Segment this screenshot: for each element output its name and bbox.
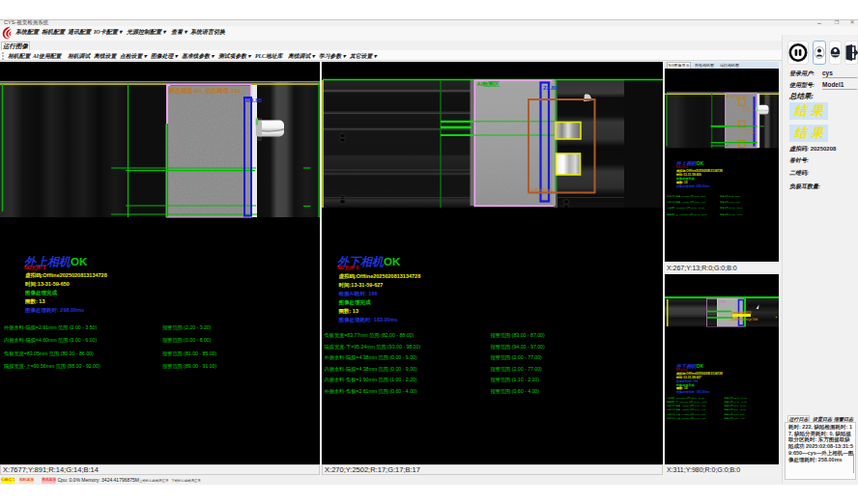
svg-text:虚拟码:Offline2025020813134728: 虚拟码:Offline2025020813134728 (25, 272, 107, 279)
svg-text:7.5%: 7.5% (719, 300, 726, 304)
svg-text:圈数: 13: 圈数: 13 (25, 298, 44, 305)
svg-text:报警范围:(89.00 - 91.00): 报警范围:(89.00 - 91.00) (162, 363, 216, 370)
svg-text:报警范围:(2.00 - 77.00): 报警范围:(2.00 - 77.00) (491, 354, 543, 361)
svg-text:时间:13-31-59-627: 时间:13-31-59-627 (339, 282, 384, 289)
svg-text:外侧余料-隔膜=2.91mm 范围:(2.00 - 3.50: 外侧余料-隔膜=2.91mm 范围:(2.00 - 3.50) (4, 324, 97, 331)
svg-text:R3.88: R3.88 (246, 97, 263, 103)
svg-text:报警范围:(94.00 - 97.00): 报警范围:(94.00 - 97.00) (491, 344, 545, 350)
svg-text:图像处理耗时: 298.00ms: 图像处理耗时: 298.00ms (676, 184, 710, 188)
svg-text:图像处理耗时: 298.00ms: 图像处理耗时: 298.00ms (25, 307, 84, 314)
svg-text:报警范围:(81.00 - 85.00): 报警范围:(81.00 - 85.00) (162, 350, 216, 357)
svg-text:NG允许:0: NG允许:0 (337, 265, 358, 271)
svg-text:报警范围:(83.00 - 87.00): 报警范围:(83.00 - 87.00) (491, 332, 545, 339)
svg-text:外侧余料-负极=2.61mm 范围:(0.60 - 4.00: 外侧余料-负极=2.61mm 范围:(0.60 - 4.00) (325, 388, 417, 395)
svg-text:虚拟码:Offline2025020813134728: 虚拟码:Offline2025020813134728 (339, 273, 421, 280)
svg-text:时间:13-31-59-650: 时间:13-31-59-650 (25, 281, 70, 288)
svg-text:AI检测区: AI检测区 (477, 80, 500, 88)
svg-text:上限标定值 MIN: 上限标定值 MIN (729, 311, 751, 315)
svg-text:静态阈值:93, 动态阈值:100: 静态阈值:93, 动态阈值:100 (168, 87, 242, 95)
svg-text:13.48 阈:0: 13.48 阈:0 (746, 128, 757, 130)
svg-text:报警范围:(2.00 - 77.00): 报警范围:(2.00 - 77.00) (491, 366, 543, 373)
svg-text:隔膜宽度-上=90.56mm 范围:(88.00 - 92.: 隔膜宽度-上=90.56mm 范围:(88.00 - 92.00) (4, 363, 100, 370)
svg-text:报警范围:(0.00 - 8.00): 报警范围:(0.00 - 8.00) (162, 337, 212, 344)
svg-text:内侧余料-负极=1.90mm 范围:(1.00 - 2.20: 内侧余料-负极=1.90mm 范围:(1.00 - 2.20) (325, 377, 417, 383)
svg-text:内侧余料-隔膜=4.60mm 范围:(3.00 - 6.00: 内侧余料-隔膜=4.60mm 范围:(3.00 - 6.00) (4, 337, 97, 344)
svg-text:报警范围:(2.20 - 3.20): 报警范围:(2.20 - 3.20) (162, 324, 212, 331)
svg-text:报警范围:(0.60 - 4.00): 报警范围:(0.60 - 4.00) (491, 388, 540, 395)
svg-text:TL检出 Avg:0: TL检出 Avg:0 (529, 187, 554, 192)
svg-text:23.80: 23.80 (543, 84, 558, 91)
svg-text:隔膜宽度-下=95.24mm 范围:(93.00 - 98.: 隔膜宽度-下=95.24mm 范围:(93.00 - 98.00) (325, 344, 421, 350)
svg-text:报警范围:(1.10 - 2.10): 报警范围:(1.10 - 2.10) (491, 377, 540, 383)
svg-text:内侧余料-隔膜=4.38mm 范围:(0.00 - 9.00: 内侧余料-隔膜=4.38mm 范围:(0.00 - 9.00) (325, 366, 417, 373)
svg-text:外侧余料-隔膜=4.38mm 范围:(0.00 - 9.00: 外侧余料-隔膜=4.38mm 范围:(0.00 - 9.00) (325, 354, 417, 361)
svg-text:负极宽度=83.77mm 范围:(82.00 - 88.00: 负极宽度=83.77mm 范围:(82.00 - 88.00) (325, 332, 415, 339)
svg-text:12.4%标定 avge 5dh: 12.4%标定 avge 5dh (730, 318, 758, 322)
svg-text:图像处理完成: 图像处理完成 (25, 290, 58, 296)
svg-text:13.48 阈:0: 13.48 阈:0 (742, 106, 753, 108)
svg-text:13.4-0.5:1 W: 13.4-0.5:1 W (742, 109, 755, 111)
svg-text:图像处理完成: 图像处理完成 (339, 299, 372, 306)
svg-text:圈数: 13: 圈数: 13 (339, 308, 358, 315)
svg-text:NG允许:1: NG允许:1 (24, 265, 45, 271)
svg-text:图像处理耗时: 183.00ms: 图像处理耗时: 183.00ms (676, 390, 710, 394)
svg-text:13.4-0.5:1: 13.4-0.5:1 (746, 131, 757, 133)
svg-text:负极宽度=83.05mm 范围:(80.00 - 86.00: 负极宽度=83.05mm 范围:(80.00 - 86.00) (4, 350, 94, 357)
svg-text:图像处理耗时: 183.00ms: 图像处理耗时: 183.00ms (339, 317, 398, 323)
svg-text:检测AI耗时: 166: 检测AI耗时: 166 (338, 291, 378, 297)
svg-text:■值:93 动态:100: ■值:93 动态:100 (727, 95, 748, 98)
